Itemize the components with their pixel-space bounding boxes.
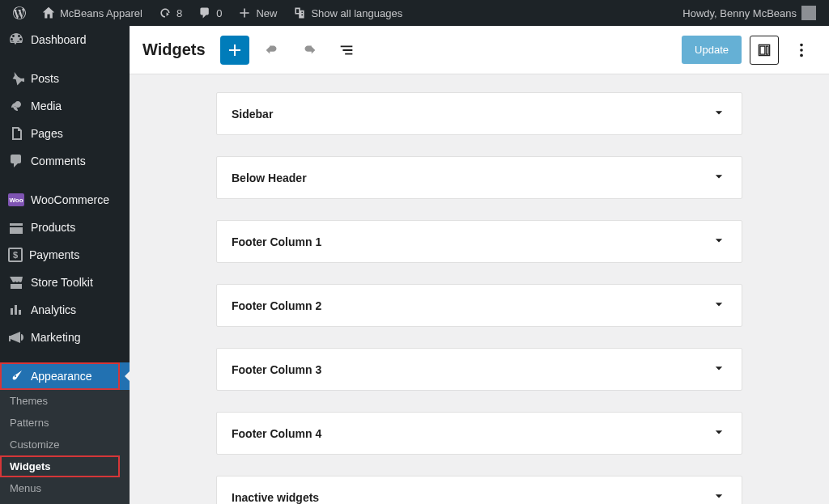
translate-icon (293, 6, 306, 19)
comment-icon (198, 6, 211, 19)
new-link[interactable]: New (232, 0, 283, 26)
home-icon (42, 6, 55, 19)
avatar (801, 6, 816, 20)
languages-label: Show all languages (311, 7, 402, 19)
wp-logo[interactable] (6, 0, 32, 26)
admin-bar-left: McBeans Apparel 8 0 New Show all languag… (6, 0, 409, 26)
greeting: Howdy, Benny McBeans (682, 7, 797, 19)
wordpress-icon (13, 6, 26, 19)
comments-link[interactable]: 0 (192, 0, 228, 26)
new-label: New (256, 7, 277, 19)
plus-icon (238, 6, 251, 19)
updates-count: 8 (176, 7, 182, 19)
howdy-link[interactable]: Howdy, Benny McBeans (676, 0, 823, 26)
admin-bar-right: Howdy, Benny McBeans (676, 0, 823, 26)
site-link[interactable]: McBeans Apparel (36, 0, 149, 26)
site-name: McBeans Apparel (60, 7, 142, 19)
comments-count: 0 (216, 7, 222, 19)
updates-link[interactable]: 8 (152, 0, 189, 26)
languages-link[interactable]: Show all languages (287, 0, 409, 26)
admin-bar: McBeans Apparel 8 0 New Show all languag… (0, 0, 829, 26)
updates-icon (159, 6, 172, 19)
